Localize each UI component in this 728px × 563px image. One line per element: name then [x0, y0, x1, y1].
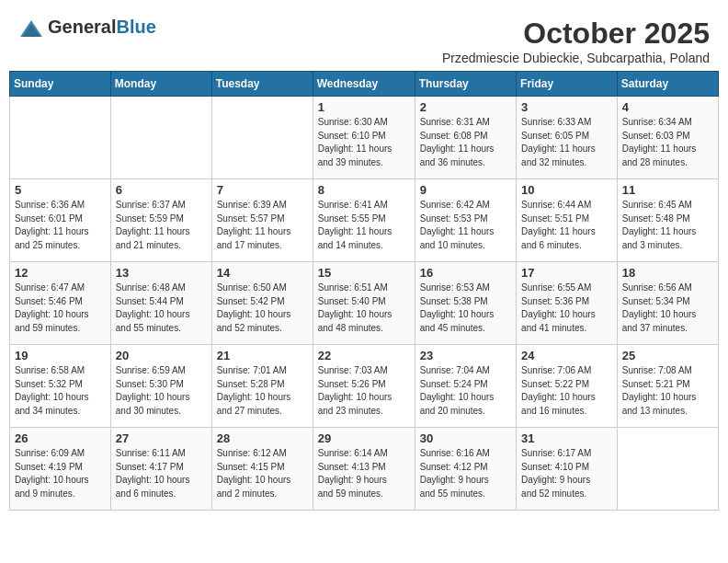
day-number: 18: [622, 266, 713, 280]
day-number: 13: [116, 266, 207, 280]
day-number: 12: [15, 266, 106, 280]
day-number: 4: [622, 100, 713, 114]
day-number: 16: [420, 266, 511, 280]
day-number: 19: [15, 349, 106, 362]
day-info: Sunrise: 6:14 AM Sunset: 4:13 PM Dayligh…: [318, 447, 410, 500]
calendar-cell: 24Sunrise: 7:06 AM Sunset: 5:22 PM Dayli…: [517, 345, 618, 428]
calendar-week-4: 19Sunrise: 6:58 AM Sunset: 5:32 PM Dayli…: [10, 345, 719, 428]
day-number: 3: [521, 100, 612, 114]
weekday-header-sunday: Sunday: [10, 72, 111, 97]
day-number: 6: [116, 183, 207, 197]
calendar-cell: 30Sunrise: 6:16 AM Sunset: 4:12 PM Dayli…: [415, 428, 516, 511]
logo-blue: Blue: [116, 17, 155, 37]
day-number: 31: [521, 431, 612, 445]
calendar-cell: 25Sunrise: 7:08 AM Sunset: 5:21 PM Dayli…: [617, 345, 718, 428]
day-info: Sunrise: 6:31 AM Sunset: 6:08 PM Dayligh…: [420, 116, 511, 169]
calendar-cell: 15Sunrise: 6:51 AM Sunset: 5:40 PM Dayli…: [313, 262, 415, 345]
weekday-header-tuesday: Tuesday: [211, 72, 313, 97]
day-number: 11: [622, 183, 713, 197]
calendar-week-5: 26Sunrise: 6:09 AM Sunset: 4:19 PM Dayli…: [10, 428, 719, 511]
calendar-cell: 14Sunrise: 6:50 AM Sunset: 5:42 PM Dayli…: [211, 262, 313, 345]
location-subtitle: Przedmiescie Dubieckie, Subcarpathia, Po…: [442, 51, 710, 65]
day-number: 24: [521, 349, 612, 362]
weekday-header-row: SundayMondayTuesdayWednesdayThursdayFrid…: [10, 72, 719, 97]
day-info: Sunrise: 6:12 AM Sunset: 4:15 PM Dayligh…: [217, 447, 308, 500]
day-info: Sunrise: 6:09 AM Sunset: 4:19 PM Dayligh…: [15, 447, 106, 500]
day-number: 15: [318, 266, 410, 280]
day-info: Sunrise: 6:33 AM Sunset: 6:05 PM Dayligh…: [521, 116, 612, 169]
calendar-cell: [617, 428, 718, 511]
day-info: Sunrise: 6:45 AM Sunset: 5:48 PM Dayligh…: [622, 199, 713, 252]
calendar-cell: [211, 97, 313, 179]
day-number: 23: [420, 349, 511, 362]
day-number: 20: [116, 349, 207, 362]
calendar-body: 1Sunrise: 6:30 AM Sunset: 6:10 PM Daylig…: [10, 97, 719, 511]
calendar-cell: 19Sunrise: 6:58 AM Sunset: 5:32 PM Dayli…: [10, 345, 111, 428]
calendar-cell: 31Sunrise: 6:17 AM Sunset: 4:10 PM Dayli…: [517, 428, 618, 511]
calendar-header: SundayMondayTuesdayWednesdayThursdayFrid…: [10, 72, 719, 97]
day-info: Sunrise: 7:08 AM Sunset: 5:21 PM Dayligh…: [622, 364, 713, 418]
day-info: Sunrise: 6:36 AM Sunset: 6:01 PM Dayligh…: [15, 199, 106, 252]
calendar-cell: 29Sunrise: 6:14 AM Sunset: 4:13 PM Dayli…: [313, 428, 415, 511]
calendar-cell: 27Sunrise: 6:11 AM Sunset: 4:17 PM Dayli…: [110, 428, 211, 511]
day-number: 5: [15, 183, 106, 197]
day-info: Sunrise: 6:39 AM Sunset: 5:57 PM Dayligh…: [217, 199, 308, 252]
day-info: Sunrise: 6:56 AM Sunset: 5:34 PM Dayligh…: [622, 282, 713, 335]
day-info: Sunrise: 6:17 AM Sunset: 4:10 PM Dayligh…: [521, 447, 612, 500]
day-number: 22: [318, 349, 410, 362]
day-number: 30: [420, 431, 511, 445]
day-info: Sunrise: 7:03 AM Sunset: 5:26 PM Dayligh…: [318, 364, 410, 418]
day-info: Sunrise: 6:50 AM Sunset: 5:42 PM Dayligh…: [217, 282, 308, 335]
calendar-cell: 6Sunrise: 6:37 AM Sunset: 5:59 PM Daylig…: [110, 179, 211, 262]
calendar-cell: 11Sunrise: 6:45 AM Sunset: 5:48 PM Dayli…: [617, 179, 718, 262]
day-info: Sunrise: 6:47 AM Sunset: 5:46 PM Dayligh…: [15, 282, 106, 335]
day-info: Sunrise: 6:44 AM Sunset: 5:51 PM Dayligh…: [521, 199, 612, 252]
calendar-cell: 3Sunrise: 6:33 AM Sunset: 6:05 PM Daylig…: [517, 97, 618, 179]
day-number: 7: [217, 183, 308, 197]
calendar-cell: 7Sunrise: 6:39 AM Sunset: 5:57 PM Daylig…: [211, 179, 313, 262]
day-number: 26: [15, 431, 106, 445]
month-title: October 2025: [442, 17, 710, 51]
calendar-cell: 1Sunrise: 6:30 AM Sunset: 6:10 PM Daylig…: [313, 97, 415, 179]
day-info: Sunrise: 6:59 AM Sunset: 5:30 PM Dayligh…: [116, 364, 207, 418]
day-info: Sunrise: 6:41 AM Sunset: 5:55 PM Dayligh…: [318, 199, 410, 252]
calendar-cell: [10, 97, 111, 179]
calendar-cell: 21Sunrise: 7:01 AM Sunset: 5:28 PM Dayli…: [211, 345, 313, 428]
weekday-header-friday: Friday: [517, 72, 618, 97]
weekday-header-thursday: Thursday: [415, 72, 516, 97]
calendar-cell: 18Sunrise: 6:56 AM Sunset: 5:34 PM Dayli…: [617, 262, 718, 345]
calendar-week-3: 12Sunrise: 6:47 AM Sunset: 5:46 PM Dayli…: [10, 262, 719, 345]
day-number: 14: [217, 266, 308, 280]
day-number: 25: [622, 349, 713, 362]
calendar-cell: 8Sunrise: 6:41 AM Sunset: 5:55 PM Daylig…: [313, 179, 415, 262]
calendar-cell: 20Sunrise: 6:59 AM Sunset: 5:30 PM Dayli…: [110, 345, 211, 428]
calendar-cell: 2Sunrise: 6:31 AM Sunset: 6:08 PM Daylig…: [415, 97, 516, 179]
day-number: 28: [217, 431, 308, 445]
logo-text: GeneralBlue: [48, 17, 156, 38]
day-info: Sunrise: 6:58 AM Sunset: 5:32 PM Dayligh…: [15, 364, 106, 418]
calendar-table: SundayMondayTuesdayWednesdayThursdayFrid…: [9, 71, 719, 511]
day-number: 10: [521, 183, 612, 197]
calendar-cell: 10Sunrise: 6:44 AM Sunset: 5:51 PM Dayli…: [517, 179, 618, 262]
title-block: October 2025 Przedmiescie Dubieckie, Sub…: [442, 17, 710, 65]
day-info: Sunrise: 6:55 AM Sunset: 5:36 PM Dayligh…: [521, 282, 612, 335]
day-number: 29: [318, 431, 410, 445]
day-info: Sunrise: 6:53 AM Sunset: 5:38 PM Dayligh…: [420, 282, 511, 335]
logo: GeneralBlue: [18, 17, 156, 40]
calendar-cell: 5Sunrise: 6:36 AM Sunset: 6:01 PM Daylig…: [10, 179, 111, 262]
weekday-header-saturday: Saturday: [617, 72, 718, 97]
calendar-cell: 9Sunrise: 6:42 AM Sunset: 5:53 PM Daylig…: [415, 179, 516, 262]
day-info: Sunrise: 7:06 AM Sunset: 5:22 PM Dayligh…: [521, 364, 612, 418]
calendar-cell: 12Sunrise: 6:47 AM Sunset: 5:46 PM Dayli…: [10, 262, 111, 345]
logo-general: General: [48, 17, 116, 37]
calendar-cell: 16Sunrise: 6:53 AM Sunset: 5:38 PM Dayli…: [415, 262, 516, 345]
page-header: GeneralBlue October 2025 Przedmiescie Du…: [9, 9, 719, 65]
day-info: Sunrise: 6:34 AM Sunset: 6:03 PM Dayligh…: [622, 116, 713, 169]
calendar-cell: [110, 97, 211, 179]
day-info: Sunrise: 6:16 AM Sunset: 4:12 PM Dayligh…: [420, 447, 511, 500]
calendar-cell: 28Sunrise: 6:12 AM Sunset: 4:15 PM Dayli…: [211, 428, 313, 511]
calendar-cell: 13Sunrise: 6:48 AM Sunset: 5:44 PM Dayli…: [110, 262, 211, 345]
day-info: Sunrise: 6:48 AM Sunset: 5:44 PM Dayligh…: [116, 282, 207, 335]
calendar-week-1: 1Sunrise: 6:30 AM Sunset: 6:10 PM Daylig…: [10, 97, 719, 179]
calendar-cell: 4Sunrise: 6:34 AM Sunset: 6:03 PM Daylig…: [617, 97, 718, 179]
